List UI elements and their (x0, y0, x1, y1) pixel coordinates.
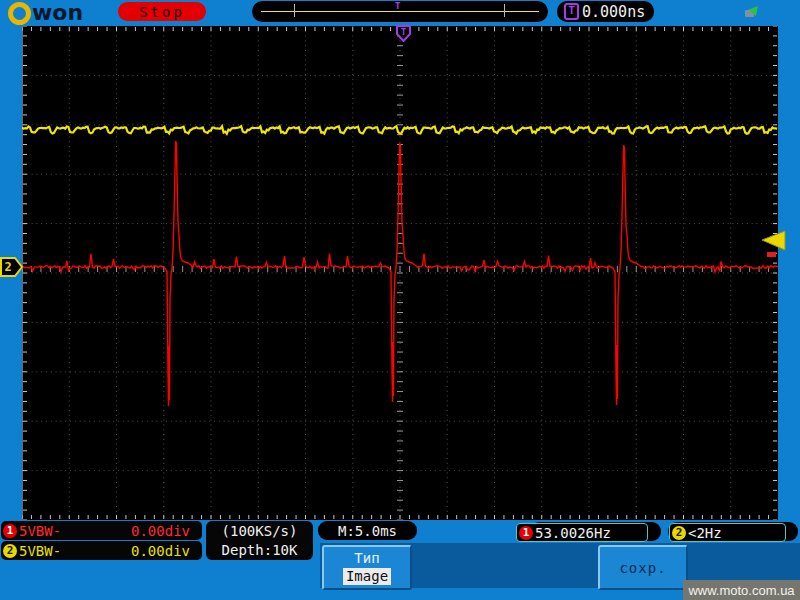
ch2-dot: 2 (3, 544, 17, 558)
trigger-level-arrow-icon (758, 229, 790, 261)
save-label: сохр. (619, 560, 666, 576)
timebase-badge: M:5.0ms (318, 521, 417, 540)
trigger-time-value: 0.000ns (582, 3, 645, 21)
ch1-dot: 1 (3, 524, 17, 538)
logo-text: won (32, 2, 83, 24)
acquisition-info-box: (100KS/s) Depth:10K (206, 521, 313, 560)
window-bracket-left (294, 4, 295, 17)
menu-type-button[interactable]: Тип Image (322, 545, 412, 590)
owon-logo: won (8, 1, 83, 25)
trigger-time-badge: T 0.000ns (557, 1, 654, 22)
freq-readout-ch1: 1 53.0026Hz (516, 523, 648, 542)
ch1-status-row: 1 5VBW- 0.00div (1, 521, 202, 540)
ch2-position: 0.00div (131, 543, 190, 559)
sample-rate: (100KS/s) (206, 523, 313, 539)
type-value: Image (343, 568, 391, 585)
graticule-area: 1 53.0026Hz 2 <2Hz (22, 26, 778, 520)
freq1-value: 53.0026Hz (535, 525, 611, 541)
oscilloscope-screen: won Stop T T 0.000ns 1 53.0026Hz 2 <2Hz … (0, 0, 800, 600)
type-label: Тип (354, 550, 379, 566)
ch1-position: 0.00div (131, 523, 190, 539)
run-state-badge: Stop (118, 2, 206, 21)
memory-depth: Depth:10K (206, 542, 313, 558)
menu-save-button[interactable]: сохр. (598, 545, 688, 590)
freq2-value: <2Hz (688, 525, 722, 541)
svg-text:T: T (401, 27, 407, 37)
memory-position-bar: T (252, 1, 548, 22)
ch2-status-row: 2 5VBW- 0.00div (1, 541, 202, 560)
window-bracket-right (504, 4, 505, 17)
ch2-position-marker: 2 (0, 257, 23, 277)
trigger-t-icon: T (564, 3, 579, 20)
watermark: www.moto.com.ua (683, 580, 800, 600)
ch2-scale: 5VBW- (19, 543, 61, 559)
ch2-dot: 2 (672, 526, 686, 540)
ch1-dot: 1 (519, 526, 533, 540)
usb-device-icon (743, 5, 758, 18)
trigger-position-icon: T (395, 1, 400, 11)
trigger-shield-icon: T (395, 25, 412, 42)
logo-ring-icon (8, 2, 31, 25)
svg-text:2: 2 (4, 260, 11, 274)
waveform-canvas (22, 26, 778, 520)
freq-readout-ch2: 2 <2Hz (669, 523, 786, 542)
memory-line (261, 11, 539, 12)
ch1-scale: 5VBW- (19, 523, 61, 539)
